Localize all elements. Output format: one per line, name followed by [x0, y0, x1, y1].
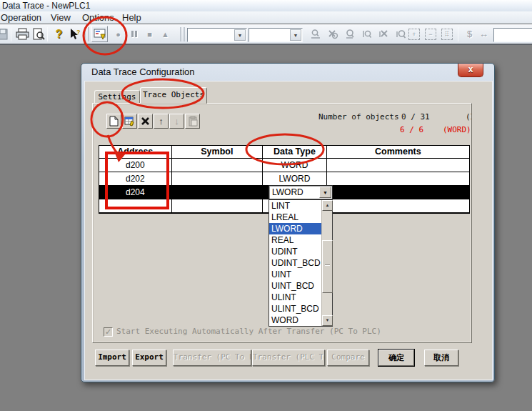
zoom-box-q-icon[interactable]: [393, 26, 409, 42]
dropdown-option[interactable]: UDINT: [269, 246, 321, 257]
edit-object-button[interactable]: [122, 114, 137, 129]
cell-address[interactable]: d202: [99, 172, 172, 185]
cancel-button[interactable]: 取消: [424, 350, 458, 366]
zoom-in-box-icon[interactable]: +: [408, 29, 420, 40]
cell-symbol[interactable]: [172, 186, 264, 199]
menu-options[interactable]: Options: [82, 12, 114, 23]
cell-address[interactable]: [99, 199, 172, 212]
arrow-up-icon: ↑: [159, 116, 164, 127]
zoom-out-box-icon[interactable]: −: [425, 29, 436, 40]
trace-select-combo[interactable]: ▼: [187, 28, 247, 42]
object-count-suffix: (I: [466, 112, 472, 122]
context-help-icon[interactable]: ?: [66, 26, 83, 42]
tab-trace-objects[interactable]: Trace Objects: [140, 87, 207, 104]
delete-object-button[interactable]: [138, 114, 153, 129]
close-button[interactable]: x: [458, 64, 483, 77]
toolbar-separator: [458, 27, 458, 41]
new-object-button[interactable]: [106, 114, 121, 129]
edit-table-icon: [124, 116, 135, 127]
dropdown-option[interactable]: REAL: [269, 234, 321, 246]
cell-address[interactable]: d204: [99, 186, 172, 199]
cell-comments[interactable]: [327, 199, 469, 212]
scale-select-combo[interactable]: ▼: [249, 28, 303, 42]
ok-button[interactable]: 确定: [378, 350, 414, 366]
table-header-row: Address Symbol Data Type Comments: [99, 146, 469, 159]
cell-address[interactable]: d200: [99, 159, 172, 172]
table-row[interactable]: d202 LWORD: [99, 172, 469, 186]
cell-data-type[interactable]: WORD: [263, 159, 327, 172]
toolbar-input[interactable]: [493, 28, 532, 42]
cell-comments[interactable]: [327, 186, 469, 199]
dropdown-option[interactable]: LINT: [269, 200, 321, 212]
menu-bar: Operation View Options Help: [0, 11, 532, 24]
chevron-down-icon[interactable]: ▼: [319, 187, 331, 198]
paste-icon: [188, 116, 198, 127]
toolbar-gripper: [84, 27, 89, 41]
stop-icon[interactable]: ■: [141, 26, 158, 42]
compare-button[interactable]: Compare: [327, 350, 369, 366]
h-resize-icon[interactable]: ↔: [476, 26, 492, 42]
chevron-down-icon[interactable]: ▼: [290, 29, 301, 41]
scroll-up-icon[interactable]: ▲: [322, 200, 333, 211]
trace-config-icon[interactable]: [91, 26, 108, 42]
cell-comments[interactable]: [327, 159, 469, 172]
table-row[interactable]: d200 WORD: [99, 159, 469, 172]
export-button[interactable]: Export: [132, 350, 166, 366]
arrow-down-icon: ↓: [174, 116, 179, 127]
data-type-dropdown: LINT LREAL LWORD REAL UDINT UDINT_BCD UI…: [268, 199, 333, 327]
word-count-value: 6 / 6: [400, 125, 423, 134]
import-button[interactable]: Import: [95, 350, 129, 366]
fit-box-icon[interactable]: ⠿: [441, 29, 453, 40]
zoom-ruler-icon[interactable]: [307, 26, 323, 42]
save-icon[interactable]: [0, 26, 9, 42]
move-up-button[interactable]: ↑: [154, 114, 169, 129]
word-count-type: (WORD): [443, 125, 471, 134]
transfer-pc-to-plc-button[interactable]: Transfer (PC To PLC): [173, 350, 251, 366]
record-icon[interactable]: ●: [110, 26, 126, 42]
print-preview-icon[interactable]: [30, 26, 46, 42]
dropdown-option[interactable]: UDINT_BCD: [269, 257, 321, 269]
zoom-q-icon[interactable]: [341, 26, 358, 42]
move-down-button[interactable]: ↓: [169, 114, 184, 129]
cell-data-type[interactable]: LWORD: [263, 172, 327, 185]
cell-symbol[interactable]: [172, 172, 264, 185]
data-type-combobox[interactable]: LWORD ▼: [268, 185, 333, 199]
print-icon[interactable]: [14, 26, 31, 42]
dropdown-option-selected[interactable]: LWORD: [269, 223, 321, 234]
cell-comments[interactable]: [327, 172, 469, 185]
scrollbar-thumb[interactable]: [322, 240, 333, 293]
zoom-text-icon[interactable]: [358, 26, 375, 42]
dropdown-option[interactable]: LREAL: [269, 212, 321, 223]
eject-icon[interactable]: ▲: [157, 26, 174, 42]
cell-symbol[interactable]: [172, 159, 264, 172]
app-window: Data Trace - NewPLC1 Operation View Opti…: [0, 0, 532, 411]
close-icon: x: [468, 64, 473, 74]
auto-start-label: Start Executing Automatically After Tran…: [116, 327, 405, 336]
dropdown-option[interactable]: ULINT: [269, 292, 321, 303]
window-title: Data Trace - NewPLC1: [2, 1, 90, 11]
chevron-down-icon[interactable]: ▼: [234, 29, 246, 41]
dropdown-option[interactable]: WORD: [269, 315, 321, 326]
paste-object-button[interactable]: [185, 114, 200, 129]
delete-x-icon: [141, 117, 150, 126]
tab-settings[interactable]: Settings: [94, 90, 140, 104]
menu-operation[interactable]: Operation: [1, 12, 41, 23]
dropdown-scrollbar[interactable]: ▲ ▼: [321, 200, 332, 326]
toolbar-gripper: [180, 27, 185, 41]
dropdown-option[interactable]: UINT: [269, 269, 321, 280]
zoom-box-cut-icon[interactable]: [376, 26, 392, 42]
pause-icon[interactable]: [126, 26, 142, 42]
menu-view[interactable]: View: [51, 12, 71, 23]
dropdown-option[interactable]: UINT_BCD: [269, 280, 321, 292]
zoom-cut-icon[interactable]: [324, 26, 341, 42]
help-icon[interactable]: ?: [51, 26, 67, 42]
dropdown-option[interactable]: ULINT_BCD: [269, 303, 321, 315]
dialog-body: Settings Trace Objects ↑ ↓: [84, 81, 493, 380]
transfer-plc-to-pc-button[interactable]: Transfer (PLC To PC): [252, 350, 325, 366]
scroll-down-icon[interactable]: ▼: [322, 315, 333, 326]
check-icon: ✓: [105, 327, 111, 336]
cell-symbol[interactable]: [172, 199, 264, 212]
auto-start-checkbox[interactable]: ✓: [104, 327, 113, 337]
window-titlebar[interactable]: Data Trace - NewPLC1: [0, 0, 532, 11]
menu-help[interactable]: Help: [122, 12, 141, 23]
